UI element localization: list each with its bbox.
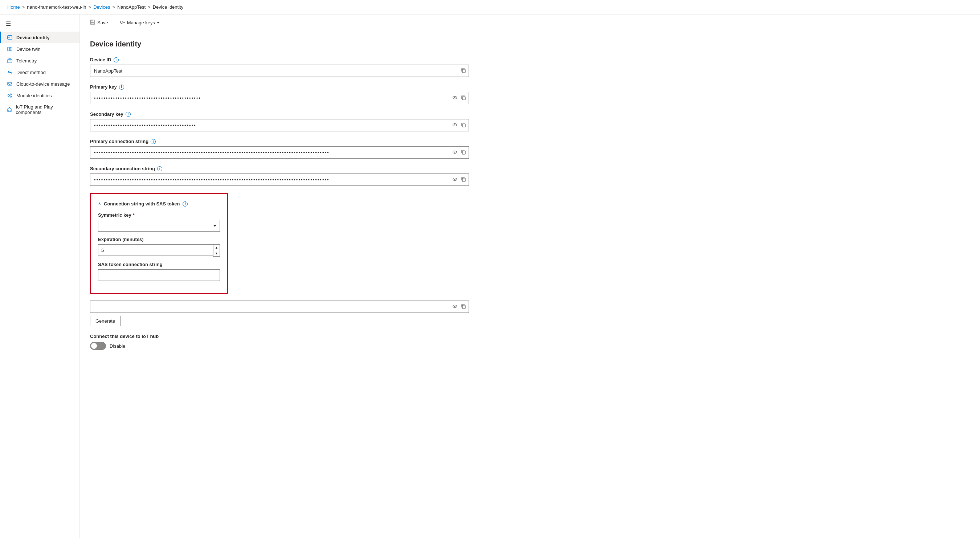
connect-section: Connect this device to IoT hub Disable [90, 334, 469, 350]
save-button[interactable]: Save [87, 18, 111, 27]
primary-conn-input[interactable] [90, 146, 469, 159]
expiration-increment-button[interactable]: ▲ [213, 245, 220, 250]
device-id-copy-button[interactable] [460, 67, 468, 75]
secondary-key-input[interactable] [90, 119, 469, 131]
sidebar-label-device-identity: Device identity [16, 35, 50, 40]
expiration-field: Expiration (minutes) ▲ ▼ [98, 237, 220, 257]
symmetric-key-select-wrap: Primary key Secondary key [98, 220, 220, 232]
svg-point-28 [455, 124, 455, 125]
page-title: Device identity [90, 40, 469, 48]
svg-point-34 [455, 178, 455, 180]
sas-full-input[interactable] [90, 301, 469, 313]
sidebar-item-telemetry[interactable]: Telemetry [0, 55, 80, 67]
breadcrumb-devices[interactable]: Devices [93, 4, 110, 10]
symmetric-key-label: Symmetric key * [98, 212, 220, 218]
primary-conn-show-button[interactable] [451, 148, 459, 157]
primary-key-input[interactable] [90, 92, 469, 104]
svg-point-11 [10, 96, 12, 97]
secondary-conn-input-wrap [90, 173, 469, 186]
svg-rect-17 [91, 20, 93, 21]
secondary-key-show-button[interactable] [451, 121, 459, 130]
toggle-knob [91, 343, 97, 349]
secondary-conn-copy-button[interactable] [460, 175, 468, 184]
svg-rect-38 [462, 305, 465, 308]
sas-full-copy-button[interactable] [460, 302, 468, 312]
sas-full-row [90, 301, 469, 313]
cloud-to-device-icon [7, 81, 13, 87]
symmetric-key-select[interactable]: Primary key Secondary key [98, 220, 220, 232]
svg-rect-2 [8, 38, 10, 38]
primary-key-info-icon[interactable]: i [119, 84, 124, 90]
svg-point-31 [455, 151, 455, 153]
sas-info-icon[interactable]: i [183, 202, 188, 207]
hamburger-button[interactable]: ☰ [0, 17, 80, 32]
sidebar-label-device-twin: Device twin [16, 46, 40, 52]
telemetry-icon [7, 58, 13, 64]
svg-rect-3 [8, 47, 10, 51]
secondary-conn-input[interactable] [90, 173, 469, 186]
primary-key-copy-button[interactable] [460, 94, 468, 103]
breadcrumb-home[interactable]: Home [7, 4, 20, 10]
manage-keys-button[interactable]: Manage keys ▾ [117, 18, 162, 27]
sas-full-input-wrap [90, 301, 469, 313]
sidebar-label-direct-method: Direct method [16, 70, 46, 75]
primary-key-show-button[interactable] [451, 94, 459, 103]
svg-rect-18 [91, 22, 94, 24]
sidebar-item-device-twin[interactable]: Device twin [0, 43, 80, 55]
secondary-conn-info-icon[interactable]: i [157, 166, 162, 171]
sas-token-input[interactable] [98, 269, 220, 281]
sas-section: ∧ Connection string with SAS token i Sym… [90, 193, 228, 294]
secondary-key-info-icon[interactable]: i [126, 112, 130, 117]
secondary-key-field: Secondary key i [90, 111, 469, 131]
manage-keys-label: Manage keys [127, 20, 155, 25]
device-id-input[interactable] [90, 65, 469, 77]
breadcrumb-hub: nano-framemork-test-weu-ih [27, 4, 86, 10]
device-id-input-wrap [90, 65, 469, 77]
device-id-info-icon[interactable]: i [114, 57, 119, 62]
iot-plug-play-icon [7, 107, 12, 113]
sas-token-label: SAS token connection string [98, 262, 220, 267]
secondary-key-input-wrap [90, 119, 469, 131]
toolbar: Save Manage keys ▾ [80, 14, 980, 31]
svg-rect-26 [462, 97, 465, 100]
svg-rect-0 [8, 36, 12, 39]
svg-rect-5 [8, 59, 12, 63]
svg-rect-1 [8, 37, 11, 37]
breadcrumb-device: NanoAppTest [117, 4, 146, 10]
sidebar-item-iot-plug-play[interactable]: IoT Plug and Play components [0, 101, 80, 118]
sidebar-label-telemetry: Telemetry [16, 58, 37, 64]
sas-full-show-button[interactable] [451, 302, 459, 312]
expiration-input[interactable] [98, 244, 213, 256]
svg-point-25 [455, 97, 455, 98]
secondary-key-copy-button[interactable] [460, 121, 468, 130]
generate-button[interactable]: Generate [90, 316, 121, 326]
secondary-conn-show-button[interactable] [451, 175, 459, 184]
svg-rect-23 [462, 69, 465, 73]
secondary-key-label: Secondary key i [90, 111, 469, 117]
device-identity-icon [7, 35, 13, 40]
sas-title: Connection string with SAS token [104, 201, 180, 207]
secondary-conn-label: Secondary connection string i [90, 166, 469, 171]
sas-full-actions [451, 302, 468, 312]
sidebar-item-module-identities[interactable]: Module identities [0, 90, 80, 101]
device-id-actions [460, 67, 468, 75]
device-id-field: Device ID i [90, 57, 469, 77]
manage-keys-chevron: ▾ [157, 21, 159, 25]
breadcrumb: Home > nano-framemork-test-weu-ih > Devi… [0, 0, 980, 14]
sidebar-item-cloud-to-device[interactable]: Cloud-to-device message [0, 78, 80, 90]
sidebar-item-direct-method[interactable]: Direct method [0, 67, 80, 78]
module-identities-icon [7, 92, 13, 99]
secondary-conn-field: Secondary connection string i [90, 166, 469, 186]
sidebar-item-device-identity[interactable]: Device identity [0, 32, 80, 43]
primary-conn-info-icon[interactable]: i [151, 139, 156, 144]
secondary-conn-actions [451, 175, 468, 184]
svg-rect-4 [10, 47, 12, 51]
primary-key-label: Primary key i [90, 84, 469, 90]
primary-conn-copy-button[interactable] [460, 148, 468, 157]
secondary-key-actions [451, 121, 468, 130]
expiration-decrement-button[interactable]: ▼ [213, 250, 220, 256]
primary-conn-actions [451, 148, 468, 157]
sas-header: ∧ Connection string with SAS token i [98, 201, 220, 207]
connect-toggle[interactable] [90, 342, 106, 350]
primary-conn-field: Primary connection string i [90, 139, 469, 159]
